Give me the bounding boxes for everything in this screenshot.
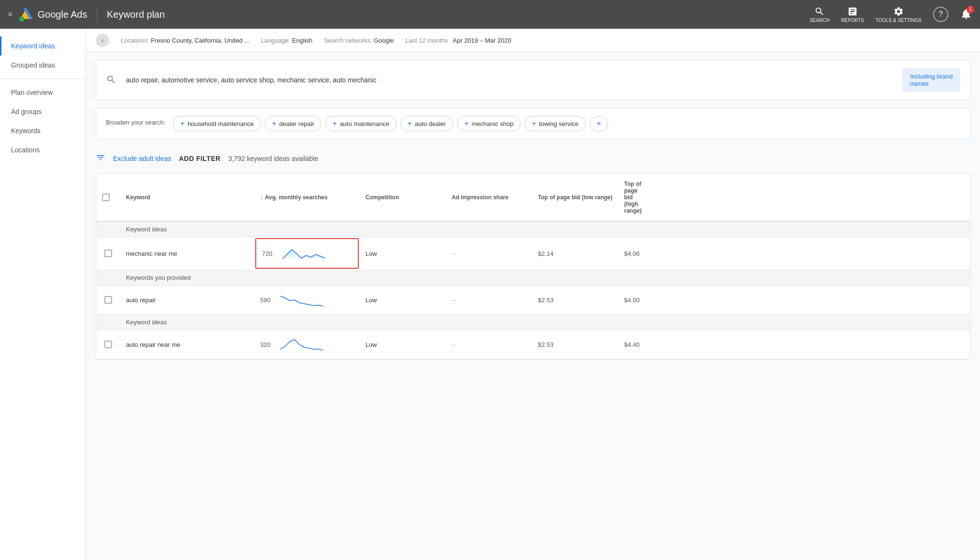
pill-dealer-repair[interactable]: + dealer repair (265, 116, 321, 131)
pill-plus-icon: + (532, 119, 536, 128)
notification-badge: 1 (967, 6, 974, 13)
td-top-bid-low: $2.53 (532, 291, 618, 309)
exclude-adult-ideas-link[interactable]: Exclude adult ideas (113, 155, 171, 162)
add-filter-button[interactable]: ADD FILTER (179, 155, 220, 162)
td-ad-impression: – (446, 335, 532, 354)
row-checkbox[interactable] (104, 341, 112, 348)
main-content: ‹ Locations: Fresno County, California, … (86, 29, 980, 560)
th-top-bid-high: Top of page bid (high range) (618, 174, 638, 221)
td-keyword: auto repair near me (120, 335, 254, 354)
trend-chart (282, 245, 325, 262)
keyword-table: Keyword ↓ Avg. monthly searches Competit… (96, 173, 970, 360)
svg-marker-3 (282, 250, 325, 259)
section-keyword-ideas-1: Keyword ideas (96, 222, 970, 237)
filter-bar: Exclude adult ideas ADD FILTER 3,792 key… (96, 147, 970, 170)
th-checkbox (96, 174, 120, 221)
sidebar-divider (0, 79, 86, 79)
sidebar-item-plan-overview[interactable]: Plan overview (0, 83, 86, 102)
sidebar-item-grouped-ideas[interactable]: Grouped ideas (0, 56, 86, 75)
nav-icons: SEARCH REPORTS TOOLS & SETTINGS ? 1 (809, 6, 972, 23)
content-area: auto repair, automotive service, auto se… (86, 52, 980, 367)
sidebar-item-keyword-ideas[interactable]: Keyword ideas (0, 36, 86, 56)
select-all-checkbox[interactable] (102, 194, 110, 201)
mini-chart: 720 (262, 245, 325, 262)
breadcrumb-locations: Locations: Fresno County, California, Un… (121, 37, 250, 44)
broaden-search-section: Broaden your search: + household mainten… (96, 108, 970, 139)
collapse-sidebar-button[interactable]: ‹ (96, 34, 109, 47)
language-label: Language: (261, 37, 290, 44)
breadcrumb-language: Language: English (261, 37, 313, 44)
google-ads-logo: Google Ads (19, 7, 87, 22)
td-avg-monthly: 320 (254, 330, 360, 359)
row-checkbox-cell (96, 335, 120, 354)
pill-auto-maintenance[interactable]: + auto maintenance (325, 116, 397, 131)
pill-label: household maintenance (188, 120, 254, 127)
td-competition: Low (360, 335, 446, 354)
pill-label: dealer repair (279, 120, 314, 127)
pill-plus-icon: + (272, 119, 276, 128)
search-nav-label: SEARCH (809, 18, 830, 23)
th-avg-monthly[interactable]: ↓ Avg. monthly searches (254, 174, 360, 221)
sidebar: Keyword ideas Grouped ideas Plan overvie… (0, 29, 86, 560)
table-header: Keyword ↓ Avg. monthly searches Competit… (96, 174, 970, 222)
pill-label: auto dealer (415, 120, 446, 127)
help-button[interactable]: ? (933, 7, 948, 22)
close-button[interactable]: × (8, 10, 13, 20)
sidebar-item-locations[interactable]: Locations (0, 140, 86, 160)
pill-mechanic-shop[interactable]: + mechanic shop (457, 116, 521, 131)
breadcrumb-networks: Search networks: Google (324, 37, 394, 44)
td-top-bid-high: $4.00 (618, 291, 638, 309)
breadcrumb-period: Last 12 months Apr 2019 – Mar 2020 (405, 37, 511, 44)
pill-more[interactable]: + (590, 116, 608, 131)
section-keywords-provided: Keywords you provided (96, 270, 970, 286)
row-checkbox[interactable] (104, 250, 112, 257)
broaden-label: Broaden your search: (106, 116, 165, 126)
filter-icon (96, 153, 105, 164)
th-competition: Competition (360, 174, 446, 221)
top-navigation: × Google Ads Keyword plan SEARCH REPORTS… (0, 0, 980, 29)
td-top-bid-high: $4.40 (618, 335, 638, 354)
table-row: mechanic near me 720 (96, 237, 970, 270)
section-keyword-ideas-2: Keyword ideas (96, 315, 970, 330)
breadcrumb-bar: ‹ Locations: Fresno County, California, … (86, 29, 980, 52)
pill-plus-icon: + (332, 119, 337, 128)
search-count: 320 (260, 341, 277, 348)
search-icon (106, 74, 116, 86)
mini-chart: 320 (260, 336, 323, 353)
brand-name: Google Ads (38, 9, 87, 20)
td-competition: Low (360, 244, 446, 263)
th-ad-impression: Ad impression share (446, 174, 532, 221)
sort-down-icon: ↓ (260, 194, 263, 201)
table-row: auto repair 590 Low – $2.53 $4.00 (96, 286, 970, 315)
sidebar-item-ad-groups[interactable]: Ad groups (0, 102, 86, 121)
trend-chart (280, 291, 323, 309)
pill-plus-icon: + (408, 119, 412, 128)
sidebar-item-keywords[interactable]: Keywords (0, 121, 86, 140)
th-keyword: Keyword (120, 174, 254, 221)
networks-value: Google (374, 37, 394, 44)
svg-point-2 (19, 16, 24, 22)
td-ad-impression: – (446, 244, 532, 263)
row-checkbox[interactable] (104, 296, 112, 304)
period-label: Last 12 months (405, 37, 448, 44)
main-layout: Keyword ideas Grouped ideas Plan overvie… (0, 29, 980, 560)
notifications-button[interactable]: 1 (960, 8, 972, 22)
pill-label: auto maintenance (340, 120, 389, 127)
table-row: auto repair near me 320 Low – $2.53 $4.4… (96, 330, 970, 359)
brand-names-toggle[interactable]: Including brand names (902, 68, 960, 92)
td-avg-monthly-highlighted: 720 (255, 238, 359, 269)
nav-divider (97, 7, 97, 22)
pill-household-maintenance[interactable]: + household maintenance (173, 116, 261, 131)
pill-auto-dealer[interactable]: + auto dealer (400, 116, 453, 131)
td-top-bid-low: $2.14 (532, 244, 618, 263)
search-nav-button[interactable]: SEARCH (809, 6, 830, 23)
td-ad-impression: – (446, 291, 532, 309)
pill-towing-service[interactable]: + towing service (524, 116, 586, 131)
reports-nav-label: REPORTS (841, 18, 864, 23)
search-section: auto repair, automotive service, auto se… (96, 60, 970, 100)
search-count: 590 (260, 297, 277, 304)
tools-nav-button[interactable]: TOOLS & SETTINGS (876, 6, 922, 23)
locations-value: Fresno County, California, United ... (151, 37, 250, 44)
reports-nav-button[interactable]: REPORTS (841, 6, 864, 23)
td-competition: Low (360, 291, 446, 309)
